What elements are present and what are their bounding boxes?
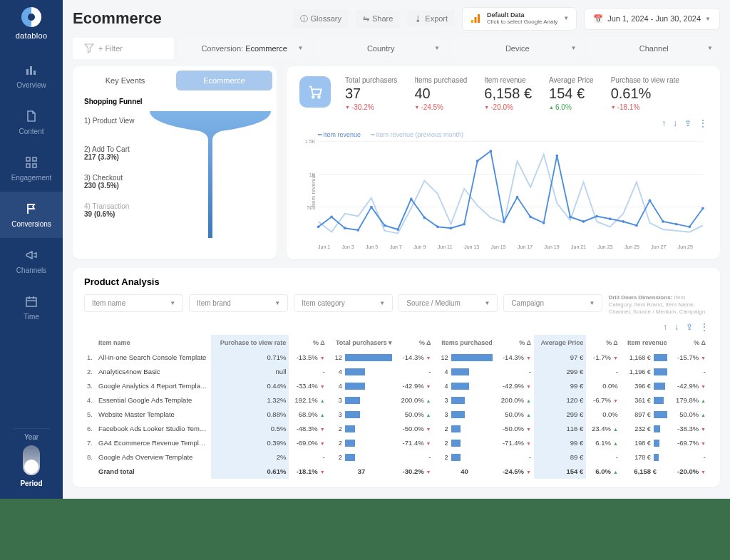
svg-rect-3	[34, 71, 36, 75]
funnel-icon	[84, 43, 94, 53]
svg-point-25	[384, 224, 386, 227]
table-sort-asc-button[interactable]: ↑	[663, 322, 667, 332]
sidebar-item-content[interactable]: Content	[0, 99, 63, 145]
pa-filter-item-name[interactable]: Item name▼	[84, 294, 183, 312]
ga-data-selector[interactable]: Default Data Click to select Google Anal…	[462, 7, 577, 31]
table-row[interactable]: 4. Essential Google Ads Template 1.32% 1…	[84, 393, 709, 408]
tab-ecommerce[interactable]: Ecommerce	[176, 71, 272, 90]
chevron-down-icon: ▼	[705, 16, 711, 22]
table-row[interactable]: 6. Facebook Ads Looker Studio Temp… 0.5%…	[84, 422, 709, 436]
svg-point-23	[357, 229, 360, 232]
tab-key-events[interactable]: Key Events	[77, 71, 173, 90]
svg-rect-7	[33, 164, 36, 167]
grid-icon	[24, 155, 38, 170]
table-header[interactable]: Items purchased	[434, 335, 495, 351]
svg-point-40	[582, 220, 585, 223]
chevron-down-icon: ▼	[707, 45, 713, 51]
pa-filter-item-brand[interactable]: Item brand▼	[189, 294, 288, 312]
kpi-metric: Items purchased 40 ▼ -24.5%	[414, 76, 467, 111]
product-table: Item namePurchase to view rate% ΔTotal p…	[84, 335, 709, 479]
line-chart: Item revenue 1.5K1K500	[299, 138, 707, 243]
table-header[interactable]: % Δ	[586, 335, 621, 351]
svg-rect-11	[478, 14, 480, 23]
svg-text:1.5K: 1.5K	[305, 138, 316, 145]
svg-point-37	[543, 222, 545, 224]
table-more-button[interactable]: ⋮	[700, 322, 709, 332]
table-row[interactable]: 2. Analytics4now Basic null - 4 - 4 - 29…	[84, 365, 709, 379]
table-header[interactable]: Total purchasers ▾	[328, 335, 396, 351]
table-header[interactable]: Item name	[96, 335, 211, 351]
megaphone-icon	[24, 248, 38, 262]
svg-point-21	[330, 215, 333, 218]
pa-filter-source-medium[interactable]: Source / Medium▼	[399, 294, 498, 312]
pa-filter-item-category[interactable]: Item category▼	[294, 294, 393, 312]
pa-filter-campaign[interactable]: Campaign▼	[503, 294, 602, 312]
sidebar-item-channels[interactable]: Channels	[0, 238, 63, 284]
table-header[interactable]: % Δ	[670, 335, 709, 351]
sidebar-item-label: Overview	[16, 81, 46, 89]
share-icon: ⇋	[363, 14, 369, 24]
chart-more-button[interactable]: ⋮	[699, 118, 707, 128]
legend-prev-month: ━ Item revenue (previous month)	[371, 131, 463, 138]
flag-icon	[24, 202, 38, 216]
funnel-card: Key Events Ecommerce Shopping Funnel 1) …	[73, 66, 277, 259]
table-header[interactable]: Purchase to view rate	[211, 335, 289, 351]
sidebar-item-time[interactable]: Time	[0, 284, 63, 331]
table-export-button[interactable]: ⇪	[686, 322, 693, 332]
page-title: Ecommerce	[73, 9, 286, 28]
svg-point-47	[675, 222, 678, 225]
chart-sort-desc-button[interactable]: ↓	[673, 118, 677, 128]
sidebar-item-conversions[interactable]: Conversions	[0, 192, 63, 238]
bar-chart-icon	[24, 63, 38, 77]
sidebar-item-label: Time	[24, 313, 39, 321]
table-row[interactable]: 3. Google Analytics 4 Report Templa… 0.4…	[84, 379, 709, 393]
sidebar-item-overview[interactable]: Overview	[0, 53, 63, 99]
filter-conversion[interactable]: Conversion: Ecommerce ▼	[178, 38, 311, 59]
filter-country[interactable]: Country▼	[314, 38, 447, 59]
funnel-stage-transaction: 4) Transaction39 (0.6%)	[84, 199, 265, 228]
svg-point-28	[423, 216, 426, 219]
chevron-down-icon: ▼	[297, 45, 303, 51]
filter-bar: + Filter Conversion: Ecommerce ▼ Country…	[73, 38, 720, 59]
glossary-button[interactable]: ⓘGlossary	[293, 9, 349, 28]
svg-rect-6	[26, 164, 30, 167]
svg-point-42	[609, 217, 612, 220]
sidebar-item-label: Content	[19, 128, 43, 135]
sidebar: databloo Overview Content Engagement Con…	[0, 0, 63, 499]
product-analysis-card: Product Analysis Item name▼ Item brand▼ …	[73, 268, 720, 487]
table-row[interactable]: 1. All-in-one Search Console Template 0.…	[84, 351, 709, 365]
svg-rect-2	[30, 66, 32, 75]
table-header[interactable]: Item revenue	[621, 335, 670, 351]
filter-device[interactable]: Device▼	[451, 38, 584, 59]
export-button[interactable]: ⭳Export	[407, 10, 455, 27]
period-selector[interactable]: Year Period	[20, 433, 42, 499]
table-row[interactable]: 8. Google Ads Overview Template 2% - 2 -…	[84, 450, 709, 465]
sidebar-item-engagement[interactable]: Engagement	[0, 145, 63, 192]
table-header[interactable]: Average Price	[534, 335, 586, 351]
table-row[interactable]: 5. Website Master Template 0.88% 68.9% ▲…	[84, 408, 709, 422]
filter-channel[interactable]: Channel▼	[587, 38, 720, 59]
download-icon: ⭳	[414, 14, 422, 23]
chart-export-button[interactable]: ⇪	[684, 118, 692, 128]
svg-point-32	[476, 160, 479, 162]
document-icon	[24, 109, 38, 123]
period-toggle[interactable]	[23, 445, 40, 475]
footer-stripe	[0, 499, 730, 560]
brand-logo: databloo	[16, 6, 48, 40]
table-sort-desc-button[interactable]: ↓	[674, 322, 679, 332]
svg-point-13	[318, 96, 320, 98]
chevron-down-icon: ▼	[563, 16, 569, 22]
svg-rect-4	[26, 157, 30, 161]
chart-sort-asc-button[interactable]: ↑	[662, 118, 666, 128]
table-header[interactable]: % Δ	[395, 335, 433, 351]
svg-point-49	[701, 207, 704, 209]
table-header[interactable]: % Δ	[495, 335, 534, 351]
date-range-selector[interactable]: 📅 Jun 1, 2024 - Jun 30, 2024 ▼	[584, 8, 720, 30]
calendar-icon: 📅	[593, 14, 603, 24]
svg-rect-1	[26, 69, 29, 75]
table-row[interactable]: 7. GA4 Ecommerce Revenue Templa… 0.39% -…	[84, 436, 709, 450]
add-filter-button[interactable]: + Filter	[73, 38, 174, 59]
kpi-metric: Average Price 154 € ▲ 6.0%	[549, 76, 594, 111]
table-header[interactable]: % Δ	[289, 335, 327, 351]
share-button[interactable]: ⇋Share	[356, 10, 400, 28]
